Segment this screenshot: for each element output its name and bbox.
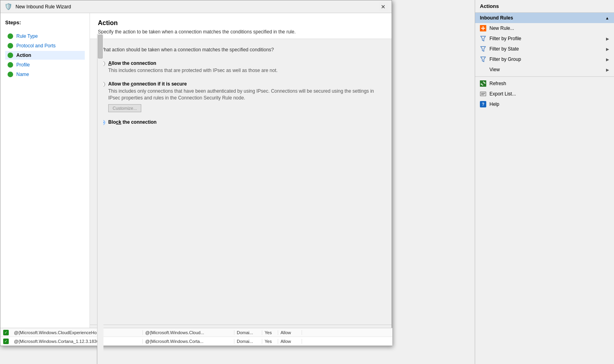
step-dot-profile xyxy=(8,62,13,68)
wizard-titlebar: 🛡️ New Inbound Rule Wizard ✕ xyxy=(0,0,392,13)
row-shield-icon: ✓ xyxy=(0,330,12,335)
chevron-up-icon: ▲ xyxy=(605,16,609,20)
wizard-page-header: Action Specify the action to be taken wh… xyxy=(90,13,392,39)
step-protocol-ports[interactable]: Protocol and Ports xyxy=(5,41,85,50)
wizard-question: What action should be taken when a conne… xyxy=(99,47,382,53)
export-icon xyxy=(480,91,486,97)
new-rule-item[interactable]: New Rule... xyxy=(475,23,614,33)
help-item[interactable]: ? Help xyxy=(475,99,614,109)
row-profile: Domai... xyxy=(234,330,262,335)
scrollbar-track[interactable] xyxy=(97,34,103,364)
svg-marker-5 xyxy=(481,57,485,62)
option-allow-secure-title: Allow the connection if it is secure xyxy=(108,81,382,87)
filter-group-icon xyxy=(480,56,486,62)
row-name: @{Microsoft.Windows.Cortana_1.12.3.1836.… xyxy=(12,339,143,344)
inbound-rules-section[interactable]: Inbound Rules ▲ xyxy=(475,13,614,23)
option-allow-label[interactable]: Allow the connection This includes conne… xyxy=(99,60,382,74)
row-group: @{Microsoft.Windows.Cloud... xyxy=(143,330,234,335)
option-allow-secure-label[interactable]: Allow the connection if it is secure Thi… xyxy=(99,81,382,101)
step-profile[interactable]: Profile xyxy=(5,60,85,69)
close-button[interactable]: ✕ xyxy=(379,2,388,11)
new-rule-label: New Rule... xyxy=(489,25,514,31)
actions-panel: Actions Inbound Rules ▲ New Rule... Filt… xyxy=(475,0,614,364)
step-dot-rule-type xyxy=(8,33,13,39)
row-enabled: Yes xyxy=(262,339,278,344)
svg-rect-6 xyxy=(480,80,486,87)
arrow-right-icon: ▶ xyxy=(606,68,609,72)
inbound-rules-label: Inbound Rules xyxy=(480,15,513,21)
steps-title: Steps: xyxy=(5,19,85,25)
help-icon: ? xyxy=(480,101,486,107)
row-profile: Domai... xyxy=(234,339,262,344)
actions-panel-header: Actions xyxy=(475,0,614,13)
svg-rect-2 xyxy=(483,26,483,30)
steps-panel: Steps: Rule Type Protocol and Ports Acti… xyxy=(0,13,90,346)
option-allow: Allow the connection This includes conne… xyxy=(99,60,382,74)
filter-profile-label: Filter by Profile xyxy=(489,36,521,41)
wizard-dialog: 🛡️ New Inbound Rule Wizard ✕ Steps: Rule… xyxy=(0,0,392,346)
option-allow-text: Allow the connection This includes conne… xyxy=(108,60,278,74)
filter-group-item[interactable]: Filter by Group ▶ xyxy=(475,54,614,64)
option-allow-secure-desc: This includes only connections that have… xyxy=(108,88,382,101)
option-block-title: Block the connection xyxy=(108,119,156,125)
wizard-content: Steps: Rule Type Protocol and Ports Acti… xyxy=(0,13,392,346)
step-dot-name xyxy=(8,72,13,77)
filter-group-label: Filter by Group xyxy=(489,56,521,62)
row-group: @{Microsoft.Windows.Corta... xyxy=(143,339,234,344)
wizard-title-text: New Inbound Rule Wizard xyxy=(16,4,71,10)
row-action: Allow xyxy=(278,339,302,344)
bottom-table-row: ✓ @{Microsoft.Windows.CloudExperienceHo.… xyxy=(0,328,392,337)
option-block-text: Block the connection xyxy=(108,119,156,125)
refresh-item[interactable]: Refresh xyxy=(475,78,614,89)
wizard-page-description: Specify the action to be taken when a co… xyxy=(98,29,384,35)
option-block: Block the connection xyxy=(99,119,382,125)
bottom-table-row: ✓ @{Microsoft.Windows.Cortana_1.12.3.183… xyxy=(0,337,392,346)
refresh-icon xyxy=(480,80,486,87)
step-label-action: Action xyxy=(16,53,31,58)
row-name: @{Microsoft.Windows.CloudExperienceHo... xyxy=(12,330,143,335)
step-action[interactable]: Action xyxy=(5,51,85,60)
row-enabled: Yes xyxy=(262,330,278,335)
check-shield-icon: ✓ xyxy=(3,339,9,344)
wizard-page-title: Action xyxy=(98,19,384,27)
view-label: View xyxy=(489,67,500,72)
export-list-item[interactable]: Export List... xyxy=(475,89,614,99)
option-allow-title: Allow the connection xyxy=(108,60,278,66)
check-shield-icon: ✓ xyxy=(3,330,9,335)
option-block-label[interactable]: Block the connection xyxy=(99,119,382,125)
svg-marker-4 xyxy=(481,47,485,51)
new-rule-icon xyxy=(480,25,486,31)
filter-state-item[interactable]: Filter by State ▶ xyxy=(475,44,614,54)
arrow-right-icon: ▶ xyxy=(606,47,609,51)
filter-state-label: Filter by State xyxy=(489,46,519,52)
refresh-label: Refresh xyxy=(489,81,506,86)
step-label-name: Name xyxy=(16,72,29,77)
arrow-right-icon: ▶ xyxy=(606,57,609,62)
step-dot-protocol-ports xyxy=(8,43,13,49)
filter-profile-item[interactable]: Filter by Profile ▶ xyxy=(475,33,614,44)
separator xyxy=(475,76,614,77)
filter-profile-left: Filter by Profile xyxy=(480,35,521,42)
step-name[interactable]: Name xyxy=(5,70,85,79)
filter-state-left: Filter by State xyxy=(480,46,519,52)
scrollbar-thumb[interactable] xyxy=(98,35,103,58)
option-allow-secure: Allow the connection if it is secure Thi… xyxy=(99,81,382,113)
filter-profile-icon xyxy=(480,35,486,42)
filter-group-left: Filter by Group xyxy=(480,56,521,62)
view-left: View xyxy=(480,66,500,73)
option-allow-secure-text: Allow the connection if it is secure Thi… xyxy=(108,81,382,101)
wizard-main-area: Action Specify the action to be taken wh… xyxy=(90,13,392,346)
view-item[interactable]: View ▶ xyxy=(475,64,614,75)
help-label: Help xyxy=(489,101,499,107)
step-label-rule-type: Rule Type xyxy=(16,33,38,39)
step-rule-type[interactable]: Rule Type xyxy=(5,32,85,41)
customize-button[interactable]: Customize... xyxy=(108,104,141,112)
svg-marker-3 xyxy=(481,36,485,41)
step-label-profile: Profile xyxy=(16,62,30,68)
step-label-protocol-ports: Protocol and Ports xyxy=(16,43,56,49)
wizard-body: What action should be taken when a conne… xyxy=(90,39,392,325)
row-shield-icon: ✓ xyxy=(0,339,12,344)
view-icon xyxy=(480,66,486,73)
option-allow-desc: This includes connections that are prote… xyxy=(108,67,278,74)
export-list-label: Export List... xyxy=(489,91,516,97)
